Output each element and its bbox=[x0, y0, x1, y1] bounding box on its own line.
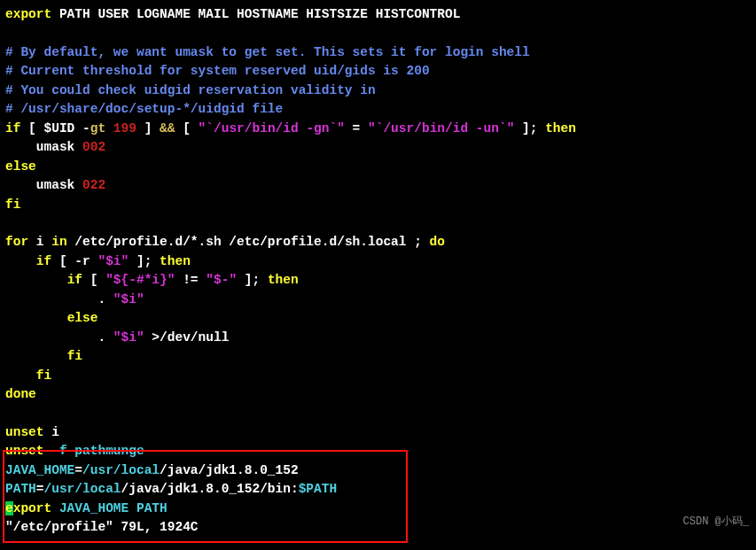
comment-line: # You could check uidgid reservation val… bbox=[5, 83, 376, 97]
code-line: . "$i" bbox=[5, 292, 144, 306]
code-line: fi bbox=[5, 349, 82, 363]
keyword-export: export bbox=[5, 7, 51, 21]
code-line: if [ "${-#*i}" != "$-" ]; then bbox=[5, 273, 299, 287]
keyword-fi: fi bbox=[5, 198, 20, 212]
code-line: unset -f pathmunge bbox=[5, 444, 144, 458]
comment-line: # /usr/share/doc/setup-*/uidgid file bbox=[5, 102, 283, 116]
code-line: JAVA_HOME=/usr/local/java/jdk1.8.0_152 bbox=[5, 463, 299, 477]
code-line: for i in /etc/profile.d/*.sh /etc/profil… bbox=[5, 235, 445, 249]
code-line: fi bbox=[5, 368, 51, 383]
code-line: umask 002 bbox=[5, 140, 105, 154]
watermark-text: CSDN @小码_ bbox=[683, 515, 749, 531]
blank-line bbox=[5, 216, 13, 230]
code-line: export PATH USER LOGNAME MAIL HOSTNAME H… bbox=[5, 7, 460, 21]
comment-line: # By default, we want umask to get set. … bbox=[5, 45, 530, 59]
code-line: unset i bbox=[5, 425, 59, 439]
code-line: umask 022 bbox=[5, 178, 105, 192]
code-line: if [ -r "$i" ]; then bbox=[5, 254, 191, 268]
cursor-position: e bbox=[5, 501, 13, 515]
blank-line bbox=[5, 407, 13, 421]
code-line: else bbox=[5, 311, 97, 325]
keyword-done: done bbox=[5, 387, 36, 401]
comment-line: # Current threshold for system reserved … bbox=[5, 64, 430, 78]
code-line: export JAVA_HOME PATH bbox=[5, 501, 168, 515]
keyword-else: else bbox=[5, 159, 36, 174]
code-line: PATH=/usr/local/java/jdk1.8.0_152/bin:$P… bbox=[5, 482, 337, 496]
vim-status-line: "/etc/profile" 79L, 1924C bbox=[5, 520, 199, 534]
terminal-content: export PATH USER LOGNAME MAIL HOSTNAME H… bbox=[5, 5, 756, 538]
blank-line bbox=[5, 26, 13, 40]
code-line: . "$i" >/dev/null bbox=[5, 330, 229, 345]
code-line: if [ $UID -gt 199 ] && [ "`/usr/bin/id -… bbox=[5, 121, 576, 136]
